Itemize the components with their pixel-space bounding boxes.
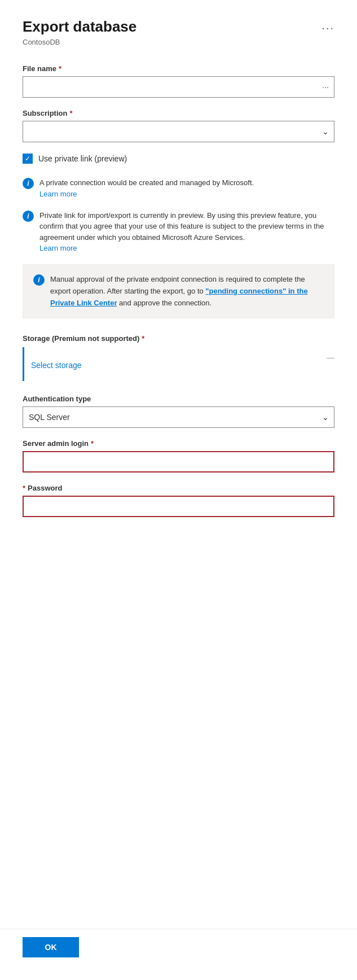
panel-title: Export database [23,18,136,36]
file-name-input[interactable] [23,76,334,98]
ok-button[interactable]: OK [23,937,79,957]
auth-type-dropdown-wrapper: SQL Server Azure Active Directory ⌄ [23,406,334,428]
panel-header: Export database ··· [23,18,334,36]
storage-dash: — [327,353,334,362]
panel-subtitle: ContosoDB [23,38,334,46]
export-database-panel: Export database ··· ContosoDB File name … [0,0,357,980]
subscription-required: * [69,109,72,117]
file-name-input-wrapper: ··· [23,76,334,98]
info-text-1: A private connection would be created an… [39,177,254,199]
password-label: *Password [23,484,334,492]
file-name-field: File name * ··· [23,64,334,98]
info-icon-2: i [23,211,34,222]
server-admin-input[interactable] [23,451,334,473]
server-admin-field: Server admin login * [23,439,334,473]
subscription-dropdown-wrapper: ⌄ [23,121,334,142]
checkmark-icon: ✓ [25,155,30,162]
server-admin-label: Server admin login * [23,439,334,448]
password-field: *Password [23,484,334,517]
subscription-field: Subscription * ⌄ [23,109,334,142]
private-link-row: ✓ Use private link (preview) [23,154,334,164]
select-storage-link[interactable]: Select storage [31,361,82,370]
info-block-2: i Private link for import/export is curr… [23,210,334,253]
auth-type-label: Authentication type [23,395,334,403]
info-block-1: i A private connection would be created … [23,177,334,199]
file-name-label: File name * [23,64,334,73]
storage-label: Storage (Premium not supported) * [23,334,334,343]
info-learn-more-link-1[interactable]: Learn more [39,190,77,198]
info-learn-more-link-2[interactable]: Learn more [39,244,77,252]
server-admin-required: * [91,439,94,448]
auth-type-select[interactable]: SQL Server Azure Active Directory [23,406,334,428]
password-required-star: * [23,484,25,492]
private-link-checkbox[interactable]: ✓ [23,154,33,164]
file-name-required: * [59,64,61,73]
password-input[interactable] [23,496,334,517]
auth-type-field: Authentication type SQL Server Azure Act… [23,395,334,428]
more-options-icon[interactable]: ··· [321,21,334,34]
info-box-icon: i [33,274,45,286]
file-name-input-icon: ··· [322,82,329,91]
info-box: i Manual approval of the private endpoin… [23,264,334,318]
info-box-text: Manual approval of the private endpoint … [50,274,324,309]
storage-field: Storage (Premium not supported) * — Sele… [23,334,334,381]
subscription-label: Subscription * [23,109,334,117]
storage-input-container: — Select storage [23,347,334,381]
private-link-label: Use private link (preview) [38,154,127,163]
bottom-divider [0,929,357,929]
subscription-select[interactable] [23,121,334,142]
storage-required: * [142,334,144,343]
info-text-2: Private link for import/export is curren… [39,210,334,253]
info-icon-1: i [23,178,34,189]
